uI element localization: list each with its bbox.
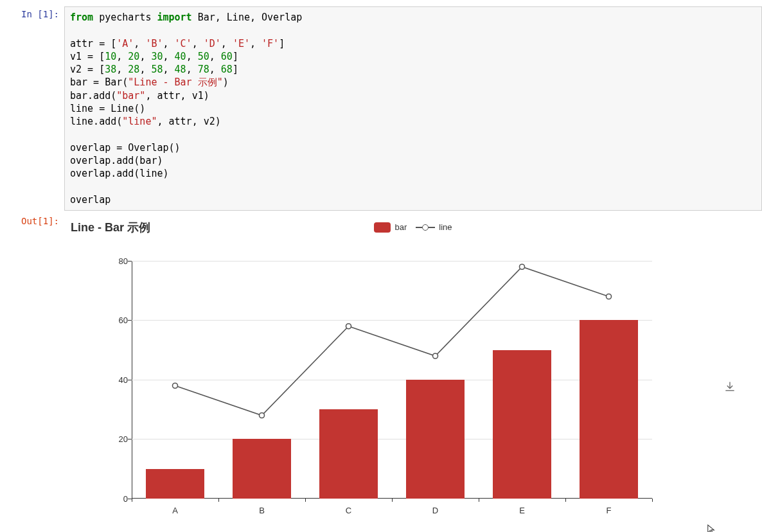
x-tick-label: F <box>607 506 612 515</box>
code-text: line.add( <box>70 116 122 127</box>
legend-bar-swatch <box>374 222 391 233</box>
num: 38 <box>105 64 116 75</box>
str: 'F' <box>261 38 279 49</box>
code-text: overlap.add(bar) <box>70 155 163 166</box>
code-text: attr = [ <box>70 38 116 49</box>
code-text: pyecharts <box>93 12 157 23</box>
num: 58 <box>151 64 163 75</box>
code-text: ] <box>279 38 285 49</box>
legend-line-label: line <box>439 222 452 232</box>
legend-item-line[interactable]: line <box>416 222 452 233</box>
code-text: , <box>192 38 204 49</box>
output-area: Line - Bar 示例 bar line 020406080ABCDEF <box>64 213 762 499</box>
num: 68 <box>221 64 233 75</box>
legend-bar-label: bar <box>394 222 407 232</box>
str: 'E' <box>233 38 250 49</box>
x-tick <box>565 499 566 502</box>
y-tick <box>128 439 132 439</box>
code-text: , attr, v2) <box>157 116 220 127</box>
x-tick <box>132 499 132 502</box>
x-tick-label: A <box>172 506 178 515</box>
code-cell[interactable]: from pyecharts import Bar, Line, Overlap… <box>64 6 762 211</box>
str: "Line - Bar 示例" <box>128 76 222 88</box>
code-text: bar = Bar( <box>70 76 128 88</box>
download-icon[interactable] <box>723 380 736 393</box>
line-point[interactable] <box>520 264 525 269</box>
str: 'D' <box>204 38 221 49</box>
x-tick <box>652 499 653 502</box>
line-path <box>175 267 609 415</box>
output-prompt: Out[1]: <box>0 213 64 229</box>
y-tick-label: 40 <box>106 375 128 384</box>
code-text: line = Line() <box>70 103 145 114</box>
num: 48 <box>175 64 186 75</box>
line-point[interactable] <box>607 294 612 299</box>
num: 40 <box>175 51 186 62</box>
line-point[interactable] <box>433 353 438 359</box>
x-tick-label: B <box>259 506 265 515</box>
code-text: , <box>163 38 175 49</box>
num: 60 <box>221 51 233 62</box>
x-tick <box>218 499 219 502</box>
kw-from: from <box>70 12 93 23</box>
str: 'B' <box>145 38 163 49</box>
code-text: overlap <box>70 194 111 206</box>
chart-legend: bar line <box>64 222 762 233</box>
code-text: bar.add( <box>70 90 116 102</box>
str: 'C' <box>175 38 192 49</box>
str: 'A' <box>116 38 134 49</box>
num: 10 <box>105 51 116 62</box>
str: "bar" <box>116 90 145 102</box>
y-tick-label: 80 <box>106 256 128 265</box>
cursor-icon <box>707 524 716 532</box>
num: 20 <box>128 51 139 62</box>
code-text: , <box>221 38 233 49</box>
x-tick-label: D <box>432 506 438 515</box>
str: "line" <box>122 116 157 127</box>
code-text: ) <box>223 76 229 88</box>
code-text: , <box>250 38 261 49</box>
x-tick <box>479 499 479 502</box>
code-text: overlap.add(line) <box>70 168 169 179</box>
y-tick <box>128 380 132 380</box>
kw-import: import <box>157 12 191 23</box>
y-tick-label: 20 <box>106 434 128 444</box>
y-tick <box>128 320 132 321</box>
code-text: , <box>134 38 145 49</box>
x-tick-label: E <box>519 506 525 515</box>
num: 50 <box>198 51 209 62</box>
code-text: v1 = [ <box>70 51 105 62</box>
y-tick-label: 0 <box>106 493 128 503</box>
y-tick-label: 60 <box>106 315 128 325</box>
x-tick-label: C <box>346 506 351 515</box>
chart-plot-area[interactable]: 020406080ABCDEF <box>132 261 652 499</box>
num: 28 <box>128 64 139 75</box>
line-point[interactable] <box>260 412 265 418</box>
line-point[interactable] <box>173 383 178 388</box>
legend-item-bar[interactable]: bar <box>374 222 407 233</box>
x-tick <box>392 499 393 502</box>
line-point[interactable] <box>346 324 351 329</box>
num: 30 <box>151 51 163 62</box>
code-text: , attr, v1) <box>145 90 209 102</box>
code-text: overlap = Overlap() <box>70 142 181 154</box>
line-series <box>132 261 652 499</box>
code-text: v2 = [ <box>70 64 105 75</box>
y-tick <box>128 261 132 262</box>
num: 78 <box>198 64 209 75</box>
legend-line-swatch <box>416 222 435 233</box>
code-text: Bar, Line, Overlap <box>192 12 303 23</box>
x-tick <box>305 499 306 502</box>
input-prompt: In [1]: <box>0 6 64 22</box>
